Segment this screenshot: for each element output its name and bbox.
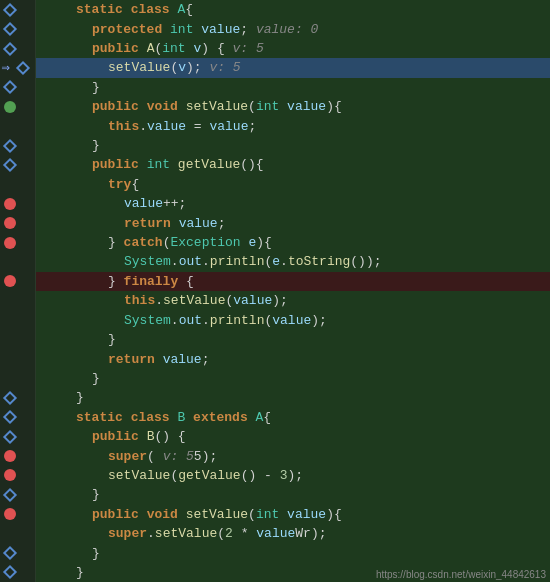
token-param: value — [287, 99, 326, 114]
token-plain: ){ — [256, 235, 272, 250]
token-plain: . — [147, 526, 155, 541]
token-fn: getValue — [178, 468, 240, 483]
token-var: value — [179, 216, 218, 231]
token-plain — [123, 410, 131, 425]
token-kw: this — [108, 119, 139, 134]
breakpoint-red[interactable] — [4, 217, 16, 229]
token-param: v — [178, 60, 186, 75]
token-plain: } — [108, 274, 124, 289]
token-plain: * — [233, 526, 256, 541]
token-plain: ++; — [163, 196, 186, 211]
debug-arrow-icon: ⇒ — [2, 59, 10, 76]
code-line: } — [36, 136, 550, 155]
token-fn: toString — [288, 254, 350, 269]
code-line: this.value = value; — [36, 116, 550, 135]
code-area: static class A{protected int value; valu… — [36, 0, 550, 582]
token-var: out — [179, 313, 202, 328]
token-plain: ( — [147, 449, 163, 464]
token-plain: } — [108, 235, 124, 250]
breakpoint-red[interactable] — [4, 275, 16, 287]
code-line: protected int value; value: 0 — [36, 19, 550, 38]
breakpoint-red[interactable] — [4, 198, 16, 210]
token-kw: return — [124, 216, 171, 231]
token-kw: super — [108, 526, 147, 541]
token-kw: return — [108, 352, 155, 367]
token-fn: setValue — [186, 99, 248, 114]
token-plain — [241, 235, 249, 250]
watermark: https://blog.csdn.net/weixin_44842613 — [376, 569, 546, 580]
gutter-row — [0, 136, 36, 155]
gutter-row — [0, 427, 36, 446]
token-plain: } — [92, 487, 100, 502]
token-plain: ( — [264, 254, 272, 269]
breakpoint-red[interactable] — [4, 508, 16, 520]
token-kw: class — [131, 410, 170, 425]
token-plain: } — [92, 80, 100, 95]
token-plain — [185, 410, 193, 425]
gutter-row — [0, 369, 36, 388]
gutter-row — [0, 39, 36, 58]
code-line: setValue(getValue() - 3); — [36, 466, 550, 485]
gutter-row — [0, 175, 36, 194]
code-line: return value; — [36, 349, 550, 368]
token-plain — [139, 429, 147, 444]
gutter-row — [0, 291, 36, 310]
token-plain: { — [131, 177, 139, 192]
token-param: value — [256, 526, 295, 541]
token-plain: ); — [272, 293, 288, 308]
token-plain — [186, 41, 194, 56]
token-kw: protected — [92, 22, 162, 37]
token-type: Exception — [170, 235, 240, 250]
gutter-row — [0, 466, 36, 485]
gutter-row — [0, 213, 36, 232]
debug-diamond-icon — [2, 80, 16, 94]
breakpoint-green[interactable] — [4, 101, 16, 113]
gutter-row — [0, 388, 36, 407]
token-plain — [139, 157, 147, 172]
breakpoint-red[interactable] — [4, 237, 16, 249]
token-hint: v: 5 — [209, 60, 240, 75]
code-line: return value; — [36, 213, 550, 232]
token-kw: class — [131, 2, 170, 17]
code-line: setValue(v); v: 5 — [36, 58, 550, 77]
token-kw: void — [147, 99, 178, 114]
breakpoint-red[interactable] — [4, 450, 16, 462]
gutter-row — [0, 0, 36, 19]
code-line: public B() { — [36, 427, 550, 446]
code-line: public A(int v) { v: 5 — [36, 39, 550, 58]
token-plain: . — [202, 254, 210, 269]
token-plain: ( — [217, 526, 225, 541]
token-plain — [155, 352, 163, 367]
token-kw: super — [108, 449, 147, 464]
code-line: } finally { — [36, 272, 550, 291]
token-plain: . — [202, 313, 210, 328]
token-var: value — [147, 119, 186, 134]
code-line: super( v: 55); — [36, 446, 550, 465]
breakpoint-red[interactable] — [4, 469, 16, 481]
debug-diamond-icon — [2, 430, 16, 444]
gutter-row: ⇒ — [0, 58, 36, 77]
debug-diamond-icon — [2, 546, 16, 560]
token-plain: ); — [186, 60, 209, 75]
token-plain: ( — [170, 60, 178, 75]
token-num: 3 — [280, 468, 288, 483]
token-kw: public — [92, 507, 139, 522]
token-plain: ( — [154, 41, 162, 56]
token-kw: public — [92, 99, 139, 114]
token-var: value — [201, 22, 240, 37]
token-plain: } — [92, 371, 100, 386]
debug-diamond-icon — [2, 158, 16, 172]
token-var: value — [124, 196, 163, 211]
gutter-row — [0, 349, 36, 368]
gutter-row — [0, 446, 36, 465]
token-var: out — [179, 254, 202, 269]
gutter-row — [0, 485, 36, 504]
gutter-row — [0, 233, 36, 252]
debug-diamond-icon — [15, 61, 29, 75]
token-plain: ; — [240, 22, 256, 37]
code-line: } catch(Exception e){ — [36, 233, 550, 252]
token-num: 2 — [225, 526, 233, 541]
token-plain — [170, 2, 178, 17]
token-plain — [193, 22, 201, 37]
token-plain — [170, 410, 178, 425]
